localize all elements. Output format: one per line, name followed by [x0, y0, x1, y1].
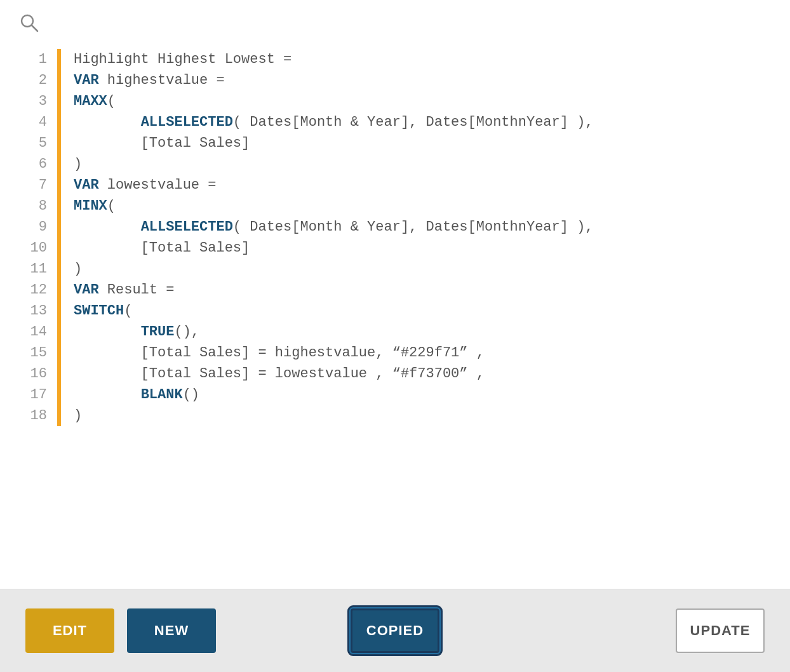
normal-token: [Total Sales]: [74, 135, 250, 151]
line-content-18: ): [61, 405, 790, 426]
line-content-3: MAXX(: [61, 91, 790, 112]
code-line-3: 3MAXX(: [19, 91, 790, 112]
footer-inner: EDIT NEW COPIED UPDATE: [25, 608, 765, 653]
fn-token: ALLSELECTED: [141, 114, 233, 130]
normal-token: ( Dates[Month & Year], Dates[MonthnYear]…: [233, 114, 594, 130]
code-line-1: 1Highlight Highest Lowest =: [19, 49, 790, 70]
normal-token: [74, 114, 141, 130]
code-line-15: 15 [Total Sales] = highestvalue, “#229f7…: [19, 342, 790, 363]
line-content-12: VAR Result =: [61, 279, 790, 300]
line-number-3: 3: [19, 91, 57, 112]
new-button[interactable]: NEW: [127, 608, 216, 653]
normal-token: Result =: [99, 282, 175, 298]
normal-token: lowestvalue =: [99, 177, 217, 193]
normal-token: ): [74, 261, 82, 277]
fn-token: MAXX: [74, 93, 107, 109]
code-line-10: 10 [Total Sales]: [19, 238, 790, 259]
line-content-16: [Total Sales] = lowestvalue , “#f73700” …: [61, 363, 790, 384]
code-editor: 1Highlight Highest Lowest =2VAR highestv…: [0, 43, 790, 589]
code-line-11: 11): [19, 259, 790, 279]
code-line-2: 2VAR highestvalue =: [19, 70, 790, 91]
normal-token: (: [107, 198, 116, 214]
line-number-1: 1: [19, 49, 57, 70]
line-number-9: 9: [19, 217, 57, 238]
footer: EDIT NEW COPIED UPDATE: [0, 589, 790, 672]
normal-token: ( Dates[Month & Year], Dates[MonthnYear]…: [233, 219, 594, 235]
line-content-5: [Total Sales]: [61, 133, 790, 154]
code-line-18: 18): [19, 405, 790, 426]
copied-button[interactable]: COPIED: [351, 608, 439, 653]
normal-token: ): [74, 156, 82, 172]
line-number-15: 15: [19, 342, 57, 363]
fn-token: BLANK: [141, 387, 183, 403]
normal-token: ): [74, 408, 82, 424]
line-number-5: 5: [19, 133, 57, 154]
normal-token: [Total Sales] = lowestvalue , “#f73700” …: [74, 366, 485, 382]
line-content-14: TRUE(),: [61, 321, 790, 342]
line-number-8: 8: [19, 196, 57, 217]
fn-token: MINX: [74, 198, 107, 214]
code-line-7: 7VAR lowestvalue =: [19, 175, 790, 196]
code-table: 1Highlight Highest Lowest =2VAR highestv…: [19, 49, 790, 426]
line-content-11: ): [61, 259, 790, 279]
code-line-13: 13SWITCH(: [19, 300, 790, 321]
normal-token: (: [124, 303, 132, 319]
normal-token: (),: [174, 324, 199, 340]
fn-token: SWITCH: [74, 303, 124, 319]
line-number-6: 6: [19, 154, 57, 175]
code-line-14: 14 TRUE(),: [19, 321, 790, 342]
left-buttons: EDIT NEW: [25, 608, 216, 653]
code-line-9: 9 ALLSELECTED( Dates[Month & Year], Date…: [19, 217, 790, 238]
fn-token: ALLSELECTED: [141, 219, 233, 235]
code-line-4: 4 ALLSELECTED( Dates[Month & Year], Date…: [19, 112, 790, 133]
code-line-12: 12VAR Result =: [19, 279, 790, 300]
line-number-13: 13: [19, 300, 57, 321]
kw-token: VAR: [74, 72, 99, 88]
line-content-4: ALLSELECTED( Dates[Month & Year], Dates[…: [61, 112, 790, 133]
line-content-2: VAR highestvalue =: [61, 70, 790, 91]
line-content-15: [Total Sales] = highestvalue, “#229f71” …: [61, 342, 790, 363]
line-content-13: SWITCH(: [61, 300, 790, 321]
line-content-9: ALLSELECTED( Dates[Month & Year], Dates[…: [61, 217, 790, 238]
line-number-18: 18: [19, 405, 57, 426]
fn-token: TRUE: [141, 324, 175, 340]
normal-token: [Total Sales]: [74, 240, 250, 256]
line-content-1: Highlight Highest Lowest =: [61, 49, 790, 70]
mid-buttons: COPIED: [351, 608, 439, 653]
normal-token: [74, 387, 141, 403]
line-number-16: 16: [19, 363, 57, 384]
line-content-10: [Total Sales]: [61, 238, 790, 259]
search-icon[interactable]: [19, 13, 39, 36]
svg-line-1: [32, 25, 37, 31]
normal-token: highestvalue =: [99, 72, 225, 88]
code-line-6: 6): [19, 154, 790, 175]
line-content-17: BLANK(): [61, 384, 790, 405]
edit-button[interactable]: EDIT: [25, 608, 114, 653]
code-line-17: 17 BLANK(): [19, 384, 790, 405]
code-line-8: 8MINX(: [19, 196, 790, 217]
right-buttons: UPDATE: [676, 608, 765, 653]
line-content-7: VAR lowestvalue =: [61, 175, 790, 196]
normal-token: [Total Sales] = highestvalue, “#229f71” …: [74, 345, 485, 361]
line-number-14: 14: [19, 321, 57, 342]
line-number-7: 7: [19, 175, 57, 196]
normal-token: Highlight Highest Lowest =: [74, 51, 291, 67]
code-line-5: 5 [Total Sales]: [19, 133, 790, 154]
update-button[interactable]: UPDATE: [676, 608, 765, 653]
normal-token: (): [183, 387, 199, 403]
line-content-8: MINX(: [61, 196, 790, 217]
normal-token: [74, 324, 141, 340]
kw-token: VAR: [74, 177, 99, 193]
search-bar: [0, 0, 790, 43]
line-number-12: 12: [19, 279, 57, 300]
normal-token: (: [107, 93, 116, 109]
line-content-6: ): [61, 154, 790, 175]
main-container: 1Highlight Highest Lowest =2VAR highestv…: [0, 0, 790, 672]
line-number-4: 4: [19, 112, 57, 133]
line-number-17: 17: [19, 384, 57, 405]
code-line-16: 16 [Total Sales] = lowestvalue , “#f7370…: [19, 363, 790, 384]
line-number-10: 10: [19, 238, 57, 259]
line-number-11: 11: [19, 259, 57, 279]
normal-token: [74, 219, 141, 235]
line-number-2: 2: [19, 70, 57, 91]
